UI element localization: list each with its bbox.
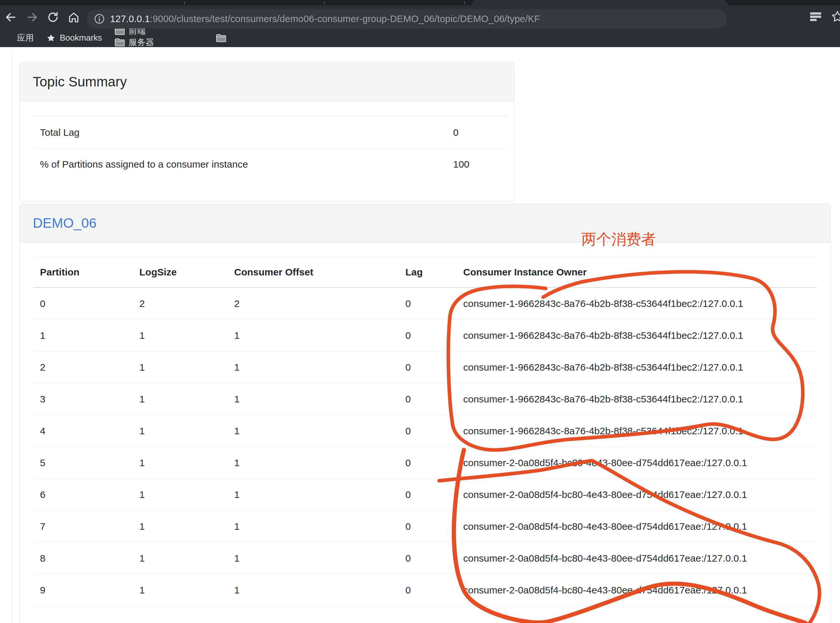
col-logsize: LogSize — [133, 267, 228, 278]
reader-mode-icon[interactable] — [809, 11, 822, 23]
partition-row: 7 1 1 0 consumer-2-0a08d5f4-bc80-4e43-80… — [34, 511, 817, 542]
summary-row: Total Lag 0 — [34, 117, 508, 149]
url-path: :9000/clusters/test/consumers/demo06-con… — [150, 14, 540, 24]
partition-row: 3 1 1 0 consumer-1-9662843c-8a76-4b2b-8f… — [34, 383, 817, 415]
cell-consumer-instance-owner: consumer-2-0a08d5f4-bc80-4e43-80ee-d754d… — [457, 585, 817, 596]
cell-logsize: 1 — [133, 394, 228, 405]
col-partition: Partition — [34, 267, 133, 278]
cell-consumer-instance-owner: consumer-2-0a08d5f4-bc80-4e43-80ee-d754d… — [457, 489, 817, 500]
cell-consumer-instance-owner: consumer-1-9662843c-8a76-4b2b-8f38-c5364… — [457, 298, 817, 309]
bookmark-label: 应用 — [17, 32, 34, 43]
cell-partition: 8 — [34, 553, 133, 564]
partition-row: 0 2 2 0 consumer-1-9662843c-8a76-4b2b-8f… — [34, 288, 817, 320]
cell-lag: 0 — [399, 457, 457, 468]
partitions-table-header: Partition LogSize Consumer Offset Lag Co… — [34, 257, 817, 288]
cell-partition: 5 — [34, 457, 133, 468]
partition-row: 9 1 1 0 consumer-2-0a08d5f4-bc80-4e43-80… — [34, 574, 817, 606]
topic-summary-panel: Topic Summary Total Lag 0 % of Partition… — [20, 62, 515, 202]
tab-separator — [464, 1, 465, 5]
bookmark-apps[interactable]: 应用 — [5, 32, 34, 43]
cell-partition: 6 — [34, 489, 133, 500]
cell-consumer-instance-owner: consumer-1-9662843c-8a76-4b2b-8f38-c5364… — [457, 362, 817, 373]
cell-partition: 2 — [34, 362, 133, 373]
col-consumer-instance-owner: Consumer Instance Owner — [457, 267, 817, 278]
tab-separator — [184, 1, 185, 5]
summary-value: 100 — [453, 159, 469, 170]
bookmarks-bar: 应用 Bookmarks 运营 近期需要读的文章 搜索 — [0, 29, 840, 47]
cell-lag: 0 — [399, 298, 457, 309]
star-icon — [46, 33, 56, 43]
back-icon[interactable] — [4, 11, 18, 24]
forward-icon[interactable] — [25, 11, 39, 24]
topic-summary-title: Topic Summary — [33, 74, 127, 90]
cell-partition: 3 — [34, 394, 133, 405]
cell-partition: 4 — [34, 425, 133, 437]
col-consumer-offset: Consumer Offset — [228, 267, 399, 278]
reload-icon[interactable] — [46, 11, 60, 24]
cell-partition: 1 — [34, 330, 133, 341]
page-left-edge — [12, 47, 12, 623]
cell-lag: 0 — [399, 489, 457, 500]
folder-icon — [114, 38, 125, 47]
cell-lag: 0 — [399, 521, 457, 532]
cell-consumer-offset: 1 — [228, 553, 399, 564]
cell-logsize: 1 — [133, 553, 228, 564]
cell-consumer-offset: 1 — [228, 521, 399, 532]
cell-consumer-offset: 1 — [228, 585, 399, 596]
bookmark-folder[interactable]: 前端 — [114, 29, 203, 37]
active-tab[interactable] — [472, 0, 728, 6]
topic-summary-header: Topic Summary — [20, 62, 514, 101]
tab-separator — [324, 1, 325, 5]
cell-partition: 7 — [34, 521, 133, 532]
site-info-icon[interactable] — [94, 13, 105, 25]
topic-link[interactable]: DEMO_06 — [33, 215, 97, 231]
bookmark-bookmarks[interactable]: Bookmarks — [46, 33, 102, 43]
cell-consumer-offset: 1 — [228, 330, 399, 341]
cell-consumer-instance-owner: consumer-1-9662843c-8a76-4b2b-8f38-c5364… — [457, 425, 817, 437]
topic-detail-panel: DEMO_06 Partition LogSize Consumer Offse… — [20, 204, 831, 623]
topic-summary-table: Total Lag 0 % of Partitions assigned to … — [34, 116, 508, 180]
bookmark-label: Bookmarks — [60, 33, 102, 43]
cell-lag: 0 — [399, 553, 457, 564]
partition-row: 4 1 1 0 consumer-1-9662843c-8a76-4b2b-8f… — [34, 415, 817, 447]
url-host: 127.0.0.1 — [110, 14, 150, 24]
cell-consumer-instance-owner: consumer-2-0a08d5f4-bc80-4e43-80ee-d754d… — [457, 521, 817, 532]
cell-partition: 0 — [34, 298, 133, 309]
cell-consumer-offset: 1 — [228, 489, 399, 500]
cell-logsize: 2 — [133, 298, 228, 309]
home-icon[interactable] — [67, 11, 81, 24]
browser-toolbar: 127.0.0.1:9000/clusters/test/consumers/d… — [0, 6, 840, 29]
cell-logsize: 1 — [133, 489, 228, 500]
browser-tab-strip — [0, 0, 840, 6]
cell-logsize: 1 — [133, 457, 228, 468]
cell-consumer-instance-owner: consumer-1-9662843c-8a76-4b2b-8f38-c5364… — [457, 330, 817, 341]
url-text[interactable]: 127.0.0.1:9000/clusters/test/consumers/d… — [110, 14, 540, 25]
summary-value: 0 — [453, 127, 459, 138]
cell-consumer-offset: 1 — [228, 425, 399, 437]
bookmark-star-icon[interactable] — [830, 9, 840, 25]
cell-logsize: 1 — [133, 585, 228, 596]
topic-detail-header: DEMO_06 — [20, 204, 831, 242]
cell-lag: 0 — [399, 585, 457, 596]
address-bar[interactable]: 127.0.0.1:9000/clusters/test/consumers/d… — [87, 9, 727, 29]
cell-partition: 9 — [34, 585, 133, 596]
partition-row: 8 1 1 0 consumer-2-0a08d5f4-bc80-4e43-80… — [34, 542, 817, 574]
folder-icon — [216, 34, 226, 43]
bookmark-label: 前端 — [129, 29, 146, 37]
cell-logsize: 1 — [133, 330, 228, 341]
partition-row: 1 1 1 0 consumer-1-9662843c-8a76-4b2b-8f… — [34, 320, 817, 351]
bookmark-label: 服务器 — [129, 37, 154, 48]
bookmark-folder[interactable]: 服务器 — [114, 37, 203, 48]
partition-row: 6 1 1 0 consumer-2-0a08d5f4-bc80-4e43-80… — [34, 479, 817, 511]
col-lag: Lag — [399, 267, 457, 278]
cell-consumer-instance-owner: consumer-1-9662843c-8a76-4b2b-8f38-c5364… — [457, 394, 817, 405]
cell-consumer-instance-owner: consumer-2-0a08d5f4-bc80-4e43-80ee-d754d… — [457, 553, 817, 564]
partitions-table: Partition LogSize Consumer Offset Lag Co… — [34, 257, 817, 606]
cell-logsize: 1 — [133, 425, 228, 437]
cell-lag: 0 — [399, 330, 457, 341]
summary-label: Total Lag — [34, 127, 80, 138]
cell-lag: 0 — [399, 362, 457, 373]
cell-consumer-offset: 1 — [228, 362, 399, 373]
handwritten-annotation: 两个消费者 — [581, 229, 656, 249]
bookmark-folder-partial[interactable] — [216, 34, 230, 43]
